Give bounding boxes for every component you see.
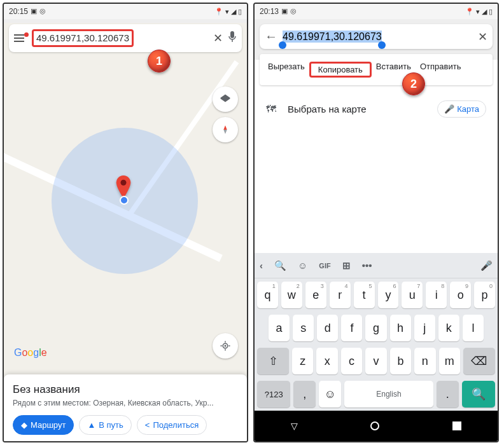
signal-icon: ◢ xyxy=(231,8,236,16)
annotation-highlight: Копировать xyxy=(309,62,372,78)
nav-home-button[interactable] xyxy=(370,421,379,430)
compass-button[interactable] xyxy=(213,117,238,142)
locate-button[interactable] xyxy=(213,333,238,359)
backspace-key[interactable]: ⌫ xyxy=(463,348,495,374)
search-enter-key[interactable]: 🔍 xyxy=(462,381,495,407)
key-x[interactable]: x xyxy=(316,348,337,374)
cut-menu-item[interactable]: Вырезать xyxy=(263,62,309,78)
phone-left: 20:15 ▣ ◎ 📍 ▾ ◢ ▯ Google xyxy=(3,3,248,442)
key-e[interactable]: e3 xyxy=(305,282,326,308)
status-time: 20:15 xyxy=(9,7,28,16)
search-input[interactable]: 49.619971,30.120673 xyxy=(36,32,129,43)
map-icon: 🗺 xyxy=(266,104,276,115)
location-icon: 📍 xyxy=(465,8,474,16)
kb-mic-icon[interactable]: 🎤 xyxy=(480,260,493,271)
svg-point-0 xyxy=(121,180,127,186)
nav-recent-button[interactable] xyxy=(452,421,461,430)
back-icon[interactable]: ← xyxy=(265,29,277,44)
search-bar[interactable]: 49.619971,30.120673 ✕ xyxy=(9,24,242,52)
menu-icon[interactable] xyxy=(14,34,27,42)
key-v[interactable]: v xyxy=(365,348,386,374)
svg-point-2 xyxy=(225,345,227,347)
directions-button[interactable]: ◆ Маршрут xyxy=(13,415,74,435)
layers-button[interactable] xyxy=(213,86,238,112)
keyboard-row-3: ⇧ zxcvbnm ⌫ xyxy=(255,345,498,378)
key-j[interactable]: j xyxy=(414,315,435,341)
key-d[interactable]: d xyxy=(317,315,338,341)
annotation-marker-2: 2 xyxy=(402,72,425,95)
keyboard: ‹ 🔍 ☺ GIF ⊞ ••• 🎤 q1w2e3r4t5y6u7i8o9p0 a… xyxy=(255,253,498,411)
key-f[interactable]: f xyxy=(341,315,362,341)
directions-icon: ◆ xyxy=(21,420,27,430)
map-canvas[interactable]: Google Без названия Рядом с этим местом:… xyxy=(4,23,247,441)
key-k[interactable]: k xyxy=(438,315,459,341)
battery-icon: ▯ xyxy=(489,8,493,16)
status-app-icon: ▣ xyxy=(281,7,288,16)
clear-icon[interactable]: ✕ xyxy=(478,30,487,44)
key-z[interactable]: z xyxy=(292,348,313,374)
phone-right: 20:13 ▣ ◎ 📍 ▾ ◢ ▯ ← 49.619971,30.120673 … xyxy=(253,3,499,442)
kb-gif-button[interactable]: GIF xyxy=(319,262,330,270)
keyboard-row-1: q1w2e3r4t5y6u7i8o9p0 xyxy=(255,278,498,312)
kb-more-icon[interactable]: ••• xyxy=(362,260,372,271)
status-time: 20:13 xyxy=(260,7,279,16)
key-c[interactable]: c xyxy=(341,348,362,374)
search-bar[interactable]: ← 49.619971,30.120673 ✕ xyxy=(260,24,493,49)
key-m[interactable]: m xyxy=(439,348,460,374)
key-b[interactable]: b xyxy=(390,348,411,374)
nav-keyboard-hide[interactable]: ▽ xyxy=(291,421,298,431)
key-s[interactable]: s xyxy=(293,315,314,341)
key-o[interactable]: o9 xyxy=(450,282,471,308)
shift-key[interactable]: ⇧ xyxy=(257,348,289,374)
key-l[interactable]: l xyxy=(463,315,484,341)
key-a[interactable]: a xyxy=(269,315,290,341)
key-t[interactable]: t5 xyxy=(354,282,375,308)
key-h[interactable]: h xyxy=(390,315,411,341)
selection-handle-left[interactable] xyxy=(279,41,286,49)
kb-chevron-icon[interactable]: ‹ xyxy=(260,260,263,271)
space-key[interactable]: English xyxy=(344,381,433,407)
key-g[interactable]: g xyxy=(365,315,386,341)
key-q[interactable]: q1 xyxy=(257,282,278,308)
status-app-icon: ▣ xyxy=(31,7,37,16)
status-bar: 20:15 ▣ ◎ 📍 ▾ ◢ ▯ xyxy=(4,4,247,19)
status-bar: 20:13 ▣ ◎ 📍 ▾ ◢ ▯ xyxy=(255,4,498,19)
share-icon: < xyxy=(145,420,150,430)
comma-key[interactable]: , xyxy=(293,381,316,407)
google-logo: Google xyxy=(14,347,47,359)
text-context-menu: Вырезать Копировать Вставить Отправить xyxy=(260,54,493,85)
emoji-key[interactable]: ☺ xyxy=(319,381,341,407)
key-r[interactable]: r4 xyxy=(330,282,351,308)
select-on-map-row[interactable]: 🗺 Выбрать на карте 🎤 Карта xyxy=(255,92,498,127)
search-input-selected[interactable]: 49.619971,30.120673 xyxy=(283,31,382,43)
selection-handle-right[interactable] xyxy=(378,41,386,49)
key-n[interactable]: n xyxy=(414,348,435,374)
send-menu-item[interactable]: Отправить xyxy=(416,62,465,78)
start-navigation-button[interactable]: ▲ В путь xyxy=(79,415,131,435)
kb-search-icon[interactable]: 🔍 xyxy=(274,260,286,271)
key-y[interactable]: y6 xyxy=(378,282,399,308)
keyboard-row-4: ?123 , ☺ English . 🔍 xyxy=(255,378,498,411)
place-subtitle: Рядом с этим местом: Озерная, Киевская о… xyxy=(13,399,238,407)
annotation-highlight: 49.619971,30.120673 xyxy=(32,29,134,47)
navigation-icon: ▲ xyxy=(87,420,95,430)
period-key[interactable]: . xyxy=(437,381,459,407)
key-i[interactable]: i8 xyxy=(426,282,447,308)
place-card[interactable]: Без названия Рядом с этим местом: Озерна… xyxy=(4,374,247,441)
share-button[interactable]: < Поделиться xyxy=(137,415,207,435)
key-u[interactable]: u7 xyxy=(402,282,423,308)
svg-rect-3 xyxy=(230,31,234,38)
place-title: Без названия xyxy=(13,383,238,396)
symbols-key[interactable]: ?123 xyxy=(257,381,290,407)
key-w[interactable]: w2 xyxy=(281,282,302,308)
map-chip[interactable]: 🎤 Карта xyxy=(437,100,486,118)
clear-icon[interactable]: ✕ xyxy=(213,31,223,45)
status-app-icon: ◎ xyxy=(39,7,46,16)
keyboard-row-2: asdfghjkl xyxy=(255,312,498,345)
kb-translate-icon[interactable]: ⊞ xyxy=(342,260,351,271)
wifi-icon: ▾ xyxy=(476,8,480,16)
voice-icon[interactable] xyxy=(228,31,237,45)
kb-sticker-icon[interactable]: ☺ xyxy=(298,260,307,271)
key-p[interactable]: p0 xyxy=(474,282,495,308)
copy-menu-item[interactable]: Копировать xyxy=(314,65,367,74)
